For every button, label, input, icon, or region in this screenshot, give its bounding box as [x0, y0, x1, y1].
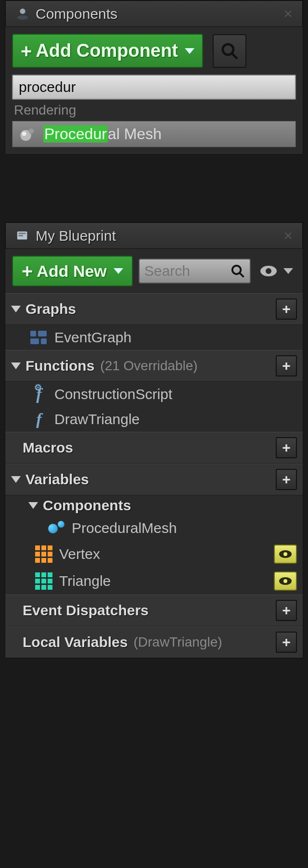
components-tab-bar: Components × — [5, 0, 303, 27]
result-label: Procedural Mesh — [43, 125, 162, 143]
close-icon[interactable]: × — [283, 5, 293, 23]
chevron-down-icon — [114, 268, 123, 274]
item-triangle[interactable]: Triangle — [5, 568, 303, 595]
svg-point-13 — [266, 268, 271, 274]
add-graph-button[interactable]: + — [276, 298, 297, 320]
plus-icon: + — [22, 261, 33, 281]
components-body: + Add Component Rendering — [5, 27, 303, 154]
section-functions-title: Functions — [26, 358, 94, 374]
item-drawtriangle-label: DrawTriangle — [54, 411, 140, 428]
svg-point-1 — [17, 15, 28, 19]
myblueprint-tab-bar: My Blueprint × — [5, 222, 303, 249]
expand-icon — [28, 502, 38, 509]
components-search-button[interactable] — [213, 34, 246, 68]
close-icon[interactable]: × — [283, 227, 293, 245]
section-graphs[interactable]: Graphs + — [5, 293, 303, 325]
section-variables-title: Variables — [26, 471, 89, 488]
view-options-button[interactable] — [257, 265, 296, 277]
plus-icon: + — [21, 41, 32, 61]
svg-line-3 — [232, 53, 237, 58]
add-macro-button[interactable]: + — [276, 437, 297, 458]
section-macros[interactable]: Macros + — [5, 432, 303, 464]
function-icon: f — [30, 411, 48, 428]
array-icon — [35, 545, 52, 563]
section-local-variables[interactable]: Local Variables (DrawTriangle) + — [5, 626, 303, 658]
constructionscript-icon: f — [30, 386, 48, 403]
blueprint-icon — [15, 229, 30, 243]
add-local-variable-button[interactable]: + — [276, 632, 297, 653]
item-proceduralmesh[interactable]: ProceduralMesh — [5, 516, 303, 541]
add-variable-button[interactable]: + — [276, 469, 297, 490]
section-components-vars[interactable]: Components — [5, 495, 303, 516]
item-triangle-label: Triangle — [59, 573, 111, 589]
section-macros-title: Macros — [23, 440, 73, 456]
myblueprint-toolbar: + Add New — [5, 249, 303, 293]
svg-point-6 — [28, 128, 34, 133]
myblueprint-tab[interactable]: My Blueprint × — [5, 222, 303, 249]
svg-point-5 — [22, 131, 26, 136]
visibility-toggle-triangle[interactable] — [274, 571, 297, 591]
add-function-button[interactable]: + — [276, 355, 297, 376]
svg-point-0 — [20, 8, 25, 13]
item-eventgraph-label: EventGraph — [54, 329, 131, 346]
section-event-dispatchers[interactable]: Event Dispatchers + — [5, 595, 303, 626]
section-graphs-title: Graphs — [26, 301, 76, 317]
eye-icon — [278, 549, 293, 559]
eventgraph-icon — [30, 329, 48, 346]
expand-icon — [11, 363, 21, 369]
components-panel: Components × + Add Component Rendering — [5, 0, 303, 155]
components-tab[interactable]: Components × — [5, 0, 303, 27]
mesh-icon — [19, 126, 37, 143]
add-event-dispatcher-button[interactable]: + — [276, 600, 297, 621]
item-vertex[interactable]: Vertex — [5, 541, 303, 568]
add-new-button[interactable]: + Add New — [12, 256, 133, 286]
visibility-toggle-vertex[interactable] — [274, 544, 297, 564]
component-search-input[interactable] — [12, 75, 296, 100]
section-components-vars-title: Components — [43, 497, 131, 514]
section-functions-subtitle: (21 Overridable) — [100, 358, 197, 374]
array-icon — [35, 572, 52, 590]
add-component-button[interactable]: + Add Component — [12, 34, 203, 68]
result-rest: al Mesh — [108, 125, 162, 143]
section-functions[interactable]: Functions (21 Overridable) + — [5, 350, 303, 382]
item-vertex-label: Vertex — [59, 546, 100, 562]
section-variables[interactable]: Variables + — [5, 464, 303, 495]
item-constructionscript-label: ConstructionScript — [54, 386, 172, 402]
result-match: Procedur — [43, 125, 108, 143]
item-constructionscript[interactable]: f ConstructionScript — [5, 382, 303, 407]
search-icon — [231, 264, 245, 278]
svg-point-15 — [283, 552, 287, 556]
myblueprint-tab-title: My Blueprint — [36, 228, 116, 244]
section-local-variables-title: Local Variables — [23, 634, 128, 650]
myblueprint-search-input[interactable] — [144, 263, 231, 279]
search-icon — [220, 42, 239, 60]
section-event-dispatchers-title: Event Dispatchers — [23, 602, 149, 619]
add-component-label: Add Component — [36, 40, 178, 61]
category-rendering: Rendering — [12, 100, 296, 121]
svg-point-17 — [283, 579, 287, 583]
proceduralmesh-icon — [48, 519, 65, 537]
svg-rect-9 — [19, 235, 23, 236]
components-tab-title: Components — [36, 6, 117, 22]
myblueprint-panel: My Blueprint × + Add New Graphs + — [5, 222, 303, 659]
eye-icon — [259, 265, 278, 277]
expand-icon — [11, 476, 21, 483]
svg-rect-8 — [19, 233, 26, 234]
components-icon — [15, 7, 30, 21]
svg-line-11 — [240, 273, 244, 277]
result-procedural-mesh[interactable]: Procedural Mesh — [12, 121, 296, 147]
svg-point-10 — [232, 266, 241, 274]
svg-point-2 — [223, 44, 233, 54]
item-proceduralmesh-label: ProceduralMesh — [72, 520, 177, 536]
section-local-variables-subtitle: (DrawTriangle) — [133, 635, 222, 650]
item-drawtriangle[interactable]: f DrawTriangle — [5, 407, 303, 432]
chevron-down-icon — [185, 48, 194, 54]
add-new-label: Add New — [37, 262, 106, 281]
expand-icon — [11, 306, 21, 312]
eye-icon — [278, 576, 293, 586]
item-eventgraph[interactable]: EventGraph — [5, 325, 303, 350]
myblueprint-search[interactable] — [139, 259, 251, 284]
chevron-down-icon — [283, 268, 293, 274]
